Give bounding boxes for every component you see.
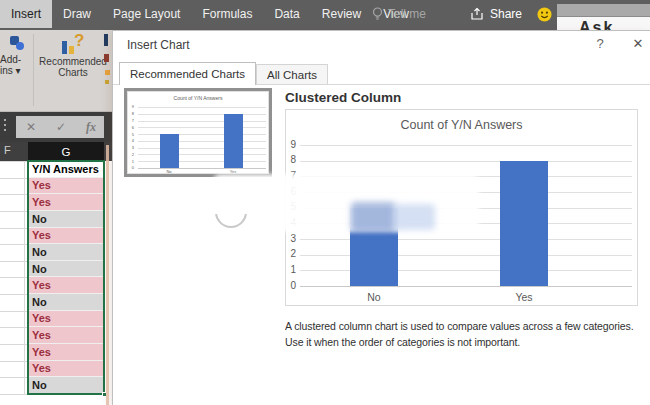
cell-no[interactable]: No bbox=[28, 244, 104, 261]
sheet-gridline bbox=[0, 161, 27, 162]
blurred-region bbox=[213, 174, 479, 232]
cell-yes[interactable]: Yes bbox=[28, 178, 104, 195]
sheet-gridline bbox=[0, 294, 27, 295]
cancel-icon[interactable]: ✕ bbox=[26, 120, 36, 134]
smiley-icon[interactable] bbox=[537, 7, 552, 22]
add-ins-button[interactable]: Add- ins ▾ bbox=[0, 34, 30, 76]
clipped-ribbon-fragment bbox=[105, 80, 109, 84]
chart-thumbnail-clustered-column[interactable]: Count of Y/N Answers 0123456789NoYes bbox=[124, 88, 272, 177]
tell-me-box[interactable]: Tell me bbox=[372, 0, 426, 28]
gridline-0 bbox=[300, 286, 632, 287]
ribbon-tab-page-layout[interactable]: Page Layout bbox=[102, 0, 191, 28]
sheet-gridline bbox=[0, 194, 27, 195]
sheet-gridlines bbox=[0, 161, 27, 405]
blurred-bar-fragment-light bbox=[393, 204, 435, 230]
y-tick-2: 2 bbox=[128, 152, 134, 157]
close-button[interactable]: ✕ bbox=[630, 36, 646, 51]
insert-function-icon[interactable]: fx bbox=[86, 120, 96, 135]
gridline-9 bbox=[300, 145, 632, 146]
add-ins-icon bbox=[8, 34, 26, 54]
formula-bar-inset: ✕ ✓ fx bbox=[16, 116, 104, 138]
worksheet: F G Y/N AnswersYesYesNoYesNoNoYesNoYesYe… bbox=[0, 142, 112, 405]
y-tick-7: 7 bbox=[128, 118, 134, 123]
y-tick-0: 0 bbox=[128, 165, 134, 170]
ribbon-tab-draw[interactable]: Draw bbox=[52, 0, 102, 28]
cell-yes[interactable]: Yes bbox=[28, 277, 104, 294]
dialog-title: Insert Chart bbox=[127, 38, 190, 52]
gridline-1 bbox=[138, 161, 266, 162]
category-label-yes: Yes bbox=[499, 291, 549, 303]
dialog-shadow-line bbox=[106, 145, 109, 405]
y-tick-4: 4 bbox=[128, 138, 134, 143]
chart-title: Count of Y/N Answers bbox=[286, 118, 637, 132]
sheet-gridline bbox=[0, 211, 27, 212]
lightbulb-icon bbox=[372, 7, 383, 21]
y-tick-9: 9 bbox=[286, 139, 296, 150]
gridline-8 bbox=[138, 114, 266, 115]
background-window-toolbar bbox=[557, 4, 650, 17]
ribbon-tab-formulas[interactable]: Formulas bbox=[191, 0, 263, 28]
background-window-fragment: Ask bbox=[557, 17, 650, 30]
y-tick-1: 1 bbox=[286, 264, 296, 275]
sheet-gridline bbox=[0, 311, 27, 312]
recommended-charts-icon: ? bbox=[60, 34, 86, 56]
cell-no[interactable]: No bbox=[28, 377, 104, 394]
blurred-bar-fragment bbox=[351, 202, 395, 232]
clipped-ribbon-fragment bbox=[105, 70, 110, 75]
tell-me-label: Tell me bbox=[388, 7, 426, 21]
help-button[interactable]: ? bbox=[592, 36, 608, 51]
cell-no[interactable]: No bbox=[28, 211, 104, 228]
ribbon-tab-insert[interactable]: Insert bbox=[0, 0, 52, 28]
add-ins-label-1: Add- bbox=[0, 54, 30, 65]
enter-icon[interactable]: ✓ bbox=[56, 120, 66, 134]
formula-bar: ✕ ✓ fx bbox=[0, 112, 112, 142]
ribbon-tab-data[interactable]: Data bbox=[263, 0, 310, 28]
bar-no bbox=[160, 134, 179, 168]
preview-heading: Clustered Column bbox=[285, 90, 401, 105]
category-label-no: No bbox=[144, 169, 194, 174]
thumbnail-chart-plot: 0123456789NoYes bbox=[128, 92, 270, 175]
cell-yes[interactable]: Yes bbox=[28, 327, 104, 344]
dialog-tab-all-charts[interactable]: All Charts bbox=[256, 64, 328, 85]
y-tick-9: 9 bbox=[128, 104, 134, 109]
share-button[interactable]: Share bbox=[470, 0, 522, 28]
gridline-7 bbox=[138, 121, 266, 122]
recommended-charts-label-2: Charts bbox=[36, 67, 110, 78]
column-divider bbox=[24, 161, 25, 394]
share-label: Share bbox=[490, 7, 522, 21]
y-tick-3: 3 bbox=[286, 233, 296, 244]
column-header-f[interactable]: F bbox=[4, 144, 11, 156]
clipped-ribbon-fragment bbox=[104, 34, 108, 46]
y-tick-8: 8 bbox=[128, 111, 134, 116]
y-tick-1: 1 bbox=[128, 159, 134, 164]
column-header-g[interactable]: G bbox=[28, 142, 104, 161]
y-tick-2: 2 bbox=[286, 248, 296, 259]
cell-yes[interactable]: Yes bbox=[28, 311, 104, 328]
bar-yes bbox=[500, 161, 548, 286]
drag-handle-icon[interactable] bbox=[2, 119, 8, 131]
cell-yes[interactable]: Yes bbox=[28, 194, 104, 211]
background-text-fragment: Ask bbox=[579, 19, 650, 30]
insert-chart-dialog: Insert Chart ? ✕ Recommended ChartsAll C… bbox=[112, 30, 650, 405]
ribbon-tab-review[interactable]: Review bbox=[311, 0, 372, 28]
cell-yes[interactable]: Yes bbox=[28, 344, 104, 361]
cell-yn-answers-header[interactable]: Y/N Answers bbox=[28, 161, 104, 178]
gridline-5 bbox=[138, 134, 266, 135]
blurred-circle-fragment bbox=[215, 214, 251, 231]
column-g-cells: Y/N AnswersYesYesNoYesNoNoYesNoYesYesYes… bbox=[28, 161, 104, 394]
y-tick-3: 3 bbox=[128, 145, 134, 150]
bar-yes bbox=[224, 114, 243, 168]
cell-no[interactable]: No bbox=[28, 294, 104, 311]
cell-yes[interactable]: Yes bbox=[28, 228, 104, 245]
y-tick-0: 0 bbox=[286, 280, 296, 291]
clipped-ribbon-fragment bbox=[104, 54, 109, 62]
sheet-gridline bbox=[0, 261, 27, 262]
cell-no[interactable]: No bbox=[28, 261, 104, 278]
recommended-charts-button[interactable]: ? Recommended Charts bbox=[36, 34, 110, 78]
y-tick-5: 5 bbox=[128, 132, 134, 137]
cell-yes[interactable]: Yes bbox=[28, 361, 104, 378]
ribbon-bar: InsertDrawPage LayoutFormulasDataReviewV… bbox=[0, 0, 650, 30]
dialog-tab-recommended-charts[interactable]: Recommended Charts bbox=[119, 62, 256, 85]
chart-description: A clustered column chart is used to comp… bbox=[285, 318, 650, 351]
gridline-4 bbox=[138, 141, 266, 142]
